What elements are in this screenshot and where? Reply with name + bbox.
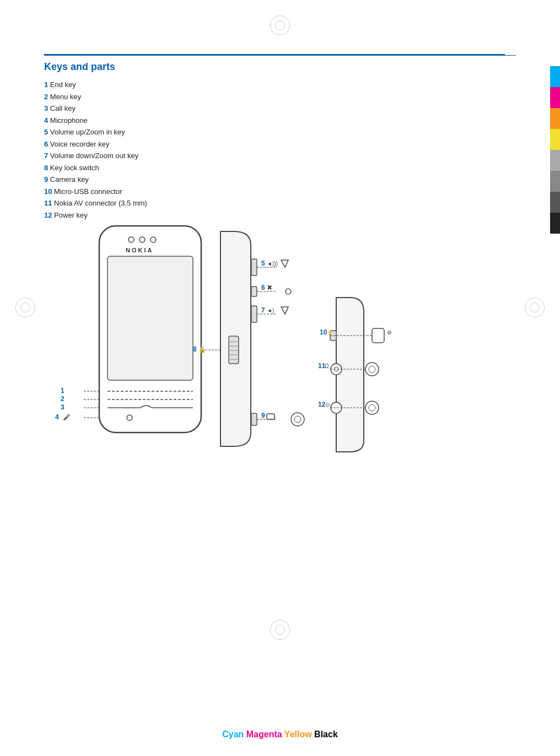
- svg-text:◄))): ◄))): [267, 261, 278, 267]
- color-bar-orange: [550, 108, 560, 129]
- svg-text:12: 12: [318, 401, 326, 408]
- cmyk-yellow: Yellow: [284, 730, 312, 739]
- svg-point-3: [139, 237, 145, 242]
- list-item: 11 Nokia AV connector (3.5 mm): [44, 198, 516, 209]
- cmyk-black: Black: [314, 730, 338, 739]
- diagram-area: NOKIA 1 2 3 4 🎤: [44, 215, 505, 568]
- svg-point-64: [369, 404, 375, 411]
- page-title: Keys and parts: [44, 55, 516, 73]
- list-item: 5 Volume up/Zoom in key: [44, 127, 516, 138]
- svg-text:4: 4: [55, 413, 59, 421]
- svg-point-58: [369, 366, 375, 372]
- svg-text:⚡: ⚡: [326, 329, 333, 336]
- list-item: 10 Micro-USB connector: [44, 186, 516, 197]
- color-bars: [550, 66, 560, 234]
- svg-point-49: [294, 416, 301, 423]
- svg-text:5: 5: [261, 260, 265, 267]
- list-item: 4 Microphone: [44, 115, 516, 126]
- list-item: 6 Voice recorder key: [44, 139, 516, 150]
- svg-text:9: 9: [261, 412, 265, 419]
- svg-text:✖: ✖: [267, 284, 272, 291]
- color-bar-gray1: [550, 150, 560, 171]
- color-bar-cyan: [550, 66, 560, 87]
- svg-text:⊙: ⊙: [325, 402, 330, 408]
- list-item: 7 Volume down/Zoom out key: [44, 150, 516, 161]
- svg-text:NOKIA: NOKIA: [126, 247, 153, 253]
- svg-text:7: 7: [261, 306, 265, 314]
- svg-text:1: 1: [61, 387, 64, 395]
- color-bar-gray2: [550, 171, 560, 192]
- svg-marker-33: [281, 260, 288, 267]
- svg-text:⚙: ⚙: [387, 330, 392, 336]
- reg-mark-right: [525, 298, 545, 317]
- svg-point-2: [128, 237, 134, 242]
- svg-rect-21: [251, 287, 257, 296]
- svg-rect-29: [251, 413, 257, 425]
- list-item: 8 Key lock switch: [44, 163, 516, 174]
- svg-point-4: [150, 237, 156, 242]
- svg-text:◄): ◄): [267, 307, 274, 314]
- reg-mark-bottom: [270, 620, 290, 640]
- parts-list: 1 End key2 Menu key3 Call key4 Microphon…: [44, 79, 516, 220]
- color-bar-gray3: [550, 192, 560, 213]
- cmyk-cyan: Cyan: [222, 730, 244, 739]
- main-content: Keys and parts 1 End key2 Menu key3 Call…: [44, 55, 516, 231]
- svg-rect-51: [372, 328, 384, 343]
- svg-text:2: 2: [61, 395, 64, 403]
- svg-point-37: [286, 289, 291, 294]
- svg-text:3: 3: [61, 403, 64, 411]
- color-bar-black: [550, 213, 560, 234]
- color-bar-magenta: [550, 87, 560, 108]
- svg-text:🔒: 🔒: [198, 345, 206, 353]
- list-item: 1 End key: [44, 79, 516, 90]
- cmyk-bar: Cyan Magenta Yellow Black: [0, 730, 560, 739]
- svg-text:Ω: Ω: [325, 363, 329, 369]
- reg-mark-left: [15, 298, 35, 317]
- svg-rect-20: [251, 259, 257, 276]
- svg-marker-41: [281, 307, 288, 314]
- device-diagram: NOKIA 1 2 3 4 🎤: [44, 215, 485, 568]
- svg-text:8: 8: [193, 345, 197, 353]
- cmyk-magenta: Magenta: [246, 730, 282, 739]
- svg-text:6: 6: [261, 284, 265, 291]
- svg-rect-22: [251, 306, 257, 322]
- svg-rect-47: [267, 414, 274, 419]
- list-item: 9 Camera key: [44, 174, 516, 185]
- svg-rect-1: [107, 256, 193, 380]
- svg-text:🎤: 🎤: [63, 413, 71, 421]
- color-bar-yellow: [550, 129, 560, 150]
- list-item: 3 Call key: [44, 103, 516, 114]
- list-item: 2 Menu key: [44, 91, 516, 102]
- svg-point-10: [127, 415, 132, 420]
- reg-mark-top: [270, 15, 290, 35]
